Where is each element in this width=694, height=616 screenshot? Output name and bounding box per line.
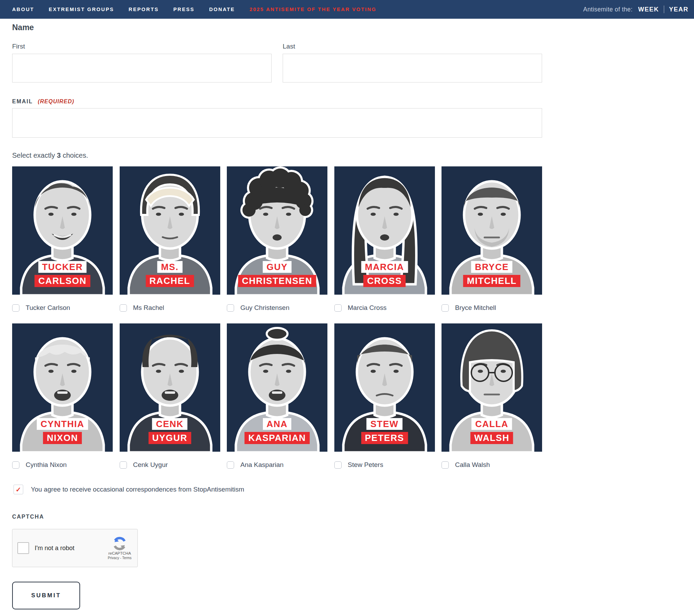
- candidate-name-tag: STEW PETERS: [361, 418, 408, 444]
- captcha-heading: CAPTCHA: [12, 514, 542, 520]
- candidate-first-name: GUY: [263, 261, 292, 273]
- candidate-cell: MARCIA CROSS Marcia Cross: [334, 166, 435, 312]
- checkbox-stew-peters[interactable]: [334, 461, 342, 469]
- candidate-name-tag: ANA KASPARIAN: [245, 418, 310, 444]
- candidate-option: Cynthia Nixon: [12, 461, 113, 469]
- candidate-checkbox-label: Ms Rachel: [133, 304, 164, 312]
- antisemite-of-the-label: Antisemite of the:: [583, 6, 633, 13]
- checkbox-cynthia-nixon[interactable]: [12, 461, 19, 469]
- candidate-option: Marcia Cross: [334, 304, 435, 312]
- candidate-first-name: MARCIA: [361, 261, 408, 273]
- top-nav: ABOUTEXTREMIST GROUPSREPORTSPRESSDONATE2…: [0, 0, 694, 19]
- recaptcha-logo-icon: [112, 536, 127, 551]
- candidate-checkbox-label: Ana Kasparian: [240, 461, 284, 469]
- candidate-cell: BRYCE MITCHELL Bryce Mitchell: [442, 166, 542, 312]
- candidate-card-ms-rachel[interactable]: MS. RACHEL: [120, 166, 220, 295]
- agree-label: You agree to receive occasional correspo…: [31, 486, 244, 493]
- nav-item-2025-antisemite-of-the-year-voting[interactable]: 2025 ANTISEMITE OF THE YEAR VOTING: [249, 7, 376, 12]
- last-name-label: Last: [283, 43, 542, 50]
- candidate-name-tag: TUCKER CARLSON: [34, 261, 90, 287]
- candidate-card-ana-kasparian[interactable]: ANA KASPARIAN: [227, 323, 327, 452]
- candidate-checkbox-label: Calla Walsh: [455, 461, 490, 469]
- voting-form: Name First Last EMAIL (REQUIRED) Select …: [12, 23, 542, 609]
- candidate-first-name: STEW: [367, 418, 402, 430]
- recaptcha-checkbox[interactable]: [17, 542, 29, 554]
- checkbox-guy-christensen[interactable]: [227, 304, 234, 312]
- week-link[interactable]: WEEK: [638, 6, 659, 13]
- recaptcha-widget: I'm not a robot reCAPTCHA Privacy - Term…: [12, 529, 138, 567]
- year-link[interactable]: YEAR: [669, 6, 688, 13]
- candidate-cell: CALLA WALSH Calla Walsh: [442, 323, 542, 469]
- candidate-checkbox-label: Tucker Carlson: [26, 304, 70, 312]
- candidate-first-name: CYNTHIA: [37, 418, 88, 430]
- name-heading: Name: [12, 23, 542, 32]
- candidate-option: Guy Christensen: [227, 304, 327, 312]
- candidate-card-stew-peters[interactable]: STEW PETERS: [334, 323, 435, 452]
- checkbox-marcia-cross[interactable]: [334, 304, 342, 312]
- candidate-name-tag: CYNTHIA NIXON: [37, 418, 88, 444]
- candidate-card-marcia-cross[interactable]: MARCIA CROSS: [334, 166, 435, 295]
- candidate-card-calla-walsh[interactable]: CALLA WALSH: [442, 323, 542, 452]
- candidate-name-tag: MARCIA CROSS: [361, 261, 408, 287]
- candidate-card-cenk-uygur[interactable]: CENK UYGUR: [120, 323, 220, 452]
- candidate-last-name: RACHEL: [146, 275, 194, 287]
- first-name-label: First: [12, 43, 272, 50]
- candidate-card-tucker-carlson[interactable]: TUCKER CARLSON: [12, 166, 113, 295]
- select-instruction: Select exactly 3 choices.: [12, 151, 542, 159]
- candidate-last-name: CARLSON: [34, 275, 90, 287]
- nav-item-about[interactable]: ABOUT: [12, 7, 34, 12]
- recaptcha-branding: reCAPTCHA Privacy - Terms: [107, 536, 132, 560]
- week-year-divider: [664, 6, 664, 13]
- nav-item-reports[interactable]: REPORTS: [129, 7, 159, 12]
- candidate-card-bryce-mitchell[interactable]: BRYCE MITCHELL: [442, 166, 542, 295]
- candidate-checkbox-label: Cenk Uygur: [133, 461, 168, 469]
- checkbox-bryce-mitchell[interactable]: [442, 304, 449, 312]
- checkbox-ana-kasparian[interactable]: [227, 461, 234, 469]
- candidate-card-cynthia-nixon[interactable]: CYNTHIA NIXON: [12, 323, 113, 452]
- candidate-last-name: MITCHELL: [463, 275, 520, 287]
- agree-row: ✓ You agree to receive occasional corres…: [14, 485, 542, 494]
- candidate-checkbox-label: Guy Christensen: [240, 304, 290, 312]
- name-fields-row: First Last: [12, 43, 542, 83]
- candidate-cell: MS. RACHEL Ms Rachel: [120, 166, 220, 312]
- candidate-option: Tucker Carlson: [12, 304, 113, 312]
- candidate-first-name: MS.: [157, 261, 182, 273]
- candidate-cell: TUCKER CARLSON Tucker Carlson: [12, 166, 113, 312]
- candidate-first-name: CALLA: [471, 418, 512, 430]
- email-input[interactable]: [12, 108, 542, 138]
- select-instruction-count: 3: [57, 151, 61, 159]
- candidate-first-name: TUCKER: [38, 261, 86, 273]
- candidate-option: Calla Walsh: [442, 461, 542, 469]
- nav-item-donate[interactable]: DONATE: [209, 7, 235, 12]
- candidate-name-tag: GUY CHRISTENSEN: [238, 261, 316, 287]
- candidate-name-tag: MS. RACHEL: [146, 261, 194, 287]
- recaptcha-privacy-terms[interactable]: Privacy - Terms: [108, 556, 132, 560]
- candidate-option: Cenk Uygur: [120, 461, 220, 469]
- candidate-last-name: PETERS: [361, 432, 408, 444]
- nav-item-press[interactable]: PRESS: [173, 7, 195, 12]
- checkbox-tucker-carlson[interactable]: [12, 304, 19, 312]
- candidate-name-tag: CALLA WALSH: [470, 418, 513, 444]
- submit-button[interactable]: SUBMIT: [12, 582, 80, 609]
- checkbox-ms-rachel[interactable]: [120, 304, 127, 312]
- last-name-input[interactable]: [283, 54, 542, 83]
- candidate-option: Bryce Mitchell: [442, 304, 542, 312]
- candidate-last-name: UYGUR: [148, 432, 191, 444]
- candidate-checkbox-label: Cynthia Nixon: [26, 461, 67, 469]
- candidate-first-name: ANA: [263, 418, 292, 430]
- select-instruction-pre: Select exactly: [12, 151, 57, 159]
- email-label-text: EMAIL: [12, 98, 33, 104]
- first-name-input[interactable]: [12, 54, 272, 83]
- checkmark-icon: ✓: [16, 486, 21, 493]
- candidate-cell: ANA KASPARIAN Ana Kasparian: [227, 323, 327, 469]
- checkbox-cenk-uygur[interactable]: [120, 461, 127, 469]
- nav-item-extremist-groups[interactable]: EXTREMIST GROUPS: [49, 7, 114, 12]
- agree-checkbox[interactable]: ✓: [14, 485, 23, 494]
- recaptcha-brand-text: reCAPTCHA: [108, 551, 131, 555]
- candidate-cell: CYNTHIA NIXON Cynthia Nixon: [12, 323, 113, 469]
- candidate-option: Ana Kasparian: [227, 461, 327, 469]
- checkbox-calla-walsh[interactable]: [442, 461, 449, 469]
- candidate-option: Stew Peters: [334, 461, 435, 469]
- select-instruction-post: choices.: [61, 151, 88, 159]
- candidate-card-guy-christensen[interactable]: GUY CHRISTENSEN: [227, 166, 327, 295]
